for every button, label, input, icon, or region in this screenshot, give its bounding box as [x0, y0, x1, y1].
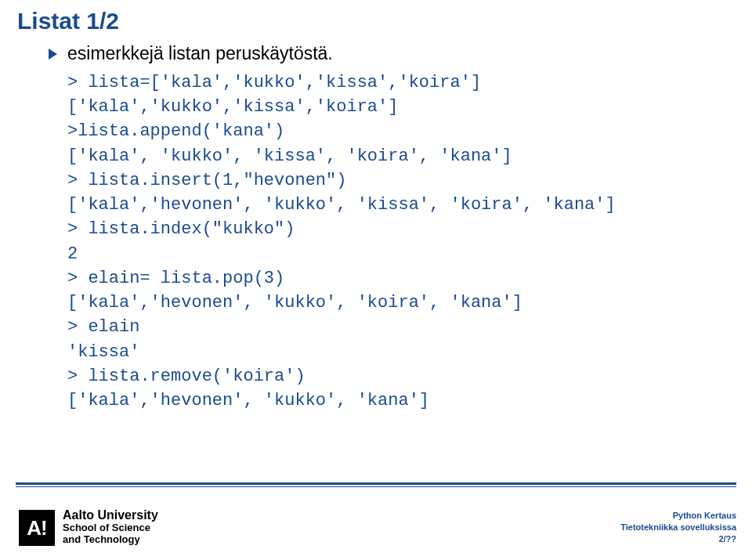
- code-line: ['kala','hevonen', 'kukko', 'koira', 'ka…: [67, 291, 616, 315]
- code-line: > elain: [67, 315, 616, 339]
- bullet-icon: [49, 49, 57, 60]
- logo-block: A! Aalto University School of Science an…: [19, 507, 158, 546]
- slide-content: esimerkkejä listan peruskäytöstä. > list…: [49, 43, 616, 413]
- code-line: ['kala', 'kukko', 'kissa', 'koira', 'kan…: [67, 144, 616, 168]
- code-line: >lista.append('kana'): [67, 119, 616, 143]
- logo-mark-text: A!: [27, 516, 46, 540]
- slide-title: Listat 1/2: [17, 8, 119, 34]
- divider-thin: [16, 486, 736, 487]
- code-line: 2: [67, 242, 616, 266]
- code-block: > lista=['kala','kukko','kissa','koira']…: [67, 70, 616, 413]
- code-line: > elain= lista.pop(3): [67, 266, 616, 291]
- code-line: > lista.index("kukko"): [67, 217, 616, 241]
- code-line: ['kala','kukko','kissa','koira']: [67, 95, 616, 119]
- code-line: > lista.insert(1,"hevonen"): [67, 168, 616, 193]
- code-line: ['kala','hevonen', 'kukko', 'kana']: [67, 388, 616, 413]
- footer-line1: Python Kertaus: [620, 510, 736, 522]
- footer-line2: Tietotekniikka sovelluksissa: [620, 522, 736, 533]
- footer: A! Aalto University School of Science an…: [0, 500, 752, 560]
- code-line: > lista.remove('koira'): [67, 364, 616, 388]
- logo-line2: School of Science: [63, 522, 158, 534]
- logo-line1: Aalto University: [63, 508, 158, 522]
- code-line: ['kala','hevonen', 'kukko', 'kissa', 'ko…: [67, 193, 616, 217]
- bullet-item: esimerkkejä listan peruskäytöstä.: [49, 43, 616, 64]
- code-line: > lista=['kala','kukko','kissa','koira']: [67, 70, 616, 95]
- logo-icon: A!: [19, 510, 55, 546]
- logo-text: Aalto University School of Science and T…: [63, 508, 158, 546]
- footer-right: Python Kertaus Tietotekniikka sovelluksi…: [620, 510, 736, 545]
- divider: [16, 482, 736, 487]
- code-line: 'kissa': [67, 340, 616, 364]
- logo-line3: and Technology: [63, 534, 158, 546]
- bullet-text: esimerkkejä listan peruskäytöstä.: [67, 43, 333, 64]
- footer-line3: 2/??: [620, 533, 736, 545]
- divider-thick: [16, 482, 736, 485]
